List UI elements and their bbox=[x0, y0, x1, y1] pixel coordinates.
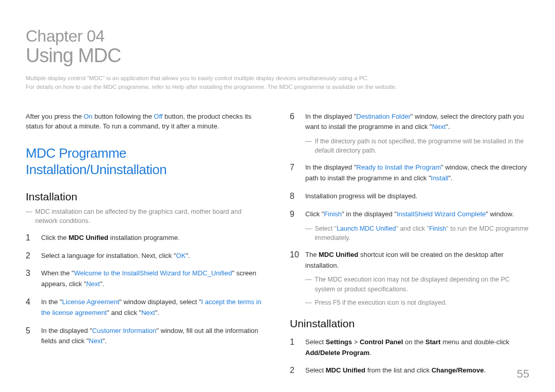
text: ". bbox=[100, 280, 104, 288]
next-link: Next bbox=[89, 337, 103, 345]
uninstall-step-2: 2 Select MDC Unified from the list and c… bbox=[290, 365, 529, 376]
text: > bbox=[352, 338, 360, 346]
finish-link: Finish bbox=[429, 225, 446, 232]
install-note: ― MDC installation can be affected by th… bbox=[26, 207, 265, 226]
next-link: Next bbox=[141, 309, 155, 316]
text: Select " bbox=[315, 225, 337, 232]
text: ". bbox=[155, 309, 159, 316]
step-9: 9 Click "Finish" in the displayed "Insta… bbox=[290, 209, 529, 242]
ready-install-link: Ready to Install the Program bbox=[356, 163, 441, 171]
customer-info-link: Customer Information bbox=[92, 327, 156, 334]
text: " window. bbox=[486, 210, 513, 218]
text: ". bbox=[448, 174, 452, 182]
step-number: 2 bbox=[26, 251, 35, 262]
step-number: 4 bbox=[26, 297, 35, 319]
note-text: If the directory path is not specified, … bbox=[315, 137, 530, 155]
install-link: Install bbox=[431, 174, 449, 182]
dash-icon: ― bbox=[305, 224, 312, 242]
note-text: The MDC execution icon may not be displa… bbox=[315, 275, 530, 293]
step-number: 10 bbox=[290, 250, 299, 307]
text: menu and double-click bbox=[440, 338, 509, 346]
mdc-unified-label: MDC Unified bbox=[68, 234, 108, 241]
next-link: Next bbox=[432, 123, 446, 130]
note-text: MDC installation can be affected by the … bbox=[35, 207, 266, 226]
text: on the bbox=[403, 338, 425, 346]
text: ". bbox=[186, 252, 190, 259]
text: ". bbox=[446, 123, 450, 130]
step-number: 1 bbox=[26, 233, 35, 244]
mdc-unified-label: MDC Unified bbox=[326, 366, 365, 374]
step-number: 1 bbox=[290, 337, 299, 359]
step-body: In the displayed "Customer Information" … bbox=[41, 326, 265, 347]
note-text: Press F5 if the execution icon is not di… bbox=[315, 298, 447, 307]
step-number: 9 bbox=[290, 209, 299, 242]
step-9-note: ― Select "Launch MDC Unified" and click … bbox=[305, 224, 529, 242]
text: from the list and click bbox=[365, 366, 432, 374]
step-5: 5 In the displayed "Customer Information… bbox=[26, 326, 265, 347]
step-6: 6 In the displayed "Destination Folder" … bbox=[290, 111, 529, 156]
text: Select bbox=[305, 366, 326, 374]
pre-note: After you press the On button following … bbox=[26, 111, 265, 132]
finish-link: Finish bbox=[324, 210, 342, 218]
step-number: 6 bbox=[290, 111, 299, 156]
page-number: 55 bbox=[517, 367, 529, 381]
text: Select bbox=[305, 338, 326, 346]
settings-label: Settings bbox=[326, 338, 352, 346]
uninstallation-title: Uninstallation bbox=[290, 318, 529, 330]
wizard-link: Welcome to the InstallShield Wizard for … bbox=[74, 269, 232, 277]
on-link: On bbox=[84, 113, 92, 120]
section-title: MDC Programme Installation/Uninstallatio… bbox=[26, 145, 265, 178]
text: The bbox=[305, 251, 319, 258]
step-2: 2 Select a language for installation. Ne… bbox=[26, 251, 265, 262]
text: Click the bbox=[41, 234, 68, 241]
step-number: 8 bbox=[290, 191, 299, 202]
step-body: Select a language for installation. Next… bbox=[41, 251, 265, 262]
off-link: Off bbox=[154, 113, 162, 120]
text: Select a language for installation. Next… bbox=[41, 252, 176, 259]
text: " and click " bbox=[107, 309, 141, 316]
step-body: When the "Welcome to the InstallShield W… bbox=[41, 268, 265, 290]
step-4: 4 In the "License Agreement" window disp… bbox=[26, 297, 265, 319]
destination-folder-link: Destination Folder bbox=[356, 113, 411, 120]
step-body: Click "Finish" in the displayed "Install… bbox=[305, 209, 529, 242]
step-number: 3 bbox=[26, 268, 35, 290]
dash-icon: ― bbox=[305, 298, 312, 307]
next-link: Next bbox=[86, 280, 100, 288]
control-panel-label: Control Panel bbox=[360, 338, 403, 346]
step-10: 10 The MDC Unified shortcut icon will be… bbox=[290, 250, 529, 307]
step-1: 1 Click the MDC Unified installation pro… bbox=[26, 233, 265, 244]
step-3: 3 When the "Welcome to the InstallShield… bbox=[26, 268, 265, 290]
intro-line-2: For details on how to use the MDC progra… bbox=[26, 83, 529, 91]
start-label: Start bbox=[425, 338, 441, 346]
installshield-complete-link: InstallShield Wizard Complete bbox=[397, 210, 486, 218]
step-body: Installation progress will be displayed. bbox=[305, 191, 529, 202]
dash-icon: ― bbox=[305, 137, 312, 155]
left-column: After you press the On button following … bbox=[26, 111, 265, 377]
step-7: 7 In the displayed "Ready to Install the… bbox=[290, 162, 529, 184]
step-10-note-2: ― Press F5 if the execution icon is not … bbox=[305, 298, 529, 307]
intro-line-1: Multiple display control "MDC" is an app… bbox=[26, 74, 529, 83]
text: " and click " bbox=[396, 225, 429, 232]
step-10-note-1: ― The MDC execution icon may not be disp… bbox=[305, 275, 529, 293]
note-text: Select "Launch MDC Unified" and click "F… bbox=[315, 224, 530, 242]
text: ". bbox=[103, 337, 107, 345]
text: In the displayed " bbox=[305, 163, 356, 171]
dash-icon: ― bbox=[305, 275, 312, 293]
step-6-note: ― If the directory path is not specified… bbox=[305, 137, 529, 155]
intro-text: Multiple display control "MDC" is an app… bbox=[26, 74, 529, 92]
step-body: In the displayed "Ready to Install the P… bbox=[305, 162, 529, 184]
ok-link: OK bbox=[176, 252, 186, 259]
step-number: 5 bbox=[26, 326, 35, 347]
text: button following the bbox=[92, 113, 154, 120]
chapter-label: Chapter 04 bbox=[26, 27, 529, 46]
change-remove-label: Change/Remove bbox=[432, 366, 484, 374]
step-body: In the "License Agreement" window displa… bbox=[41, 297, 265, 319]
text: When the " bbox=[41, 269, 74, 277]
mdc-unified-label: MDC Unified bbox=[319, 251, 358, 258]
right-column: 6 In the displayed "Destination Folder" … bbox=[290, 111, 529, 377]
uninstall-step-1: 1 Select Settings > Control Panel on the… bbox=[290, 337, 529, 359]
text: In the displayed " bbox=[41, 327, 92, 334]
text: " in the displayed " bbox=[342, 210, 397, 218]
installation-title: Installation bbox=[26, 191, 265, 203]
step-body: Select MDC Unified from the list and cli… bbox=[305, 365, 529, 376]
